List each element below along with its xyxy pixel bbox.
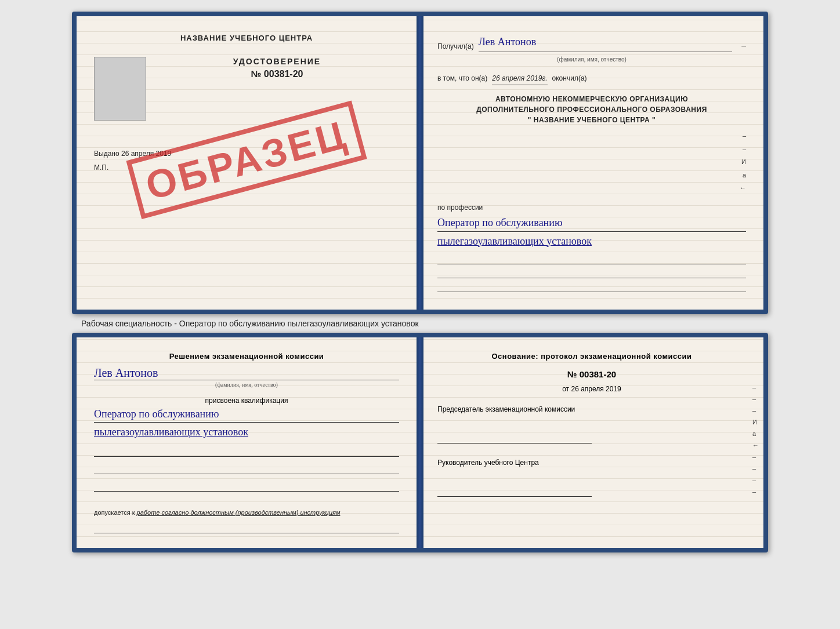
commission-name: Лев Антонов <box>94 366 399 380</box>
issued-date: Выдано 26 апреля 2019 <box>94 150 399 158</box>
fio-sublabel-bottom: (фамилия, имя, отчество) <box>94 381 399 388</box>
profession-value1: Оператор по обслуживанию <box>437 216 746 231</box>
bottom-right-page: Основание: протокол экзаменационной коми… <box>420 337 763 548</box>
training-center-header: НАЗВАНИЕ УЧЕБНОГО ЦЕНТРА <box>94 34 399 42</box>
profession-value2: пылегазоулавливающих установок <box>437 235 746 248</box>
bottom-book-spine <box>417 337 423 548</box>
book-spine <box>417 16 423 310</box>
cert-number: № 00381-20 <box>155 69 399 79</box>
cert-title: УДОСТОВЕРЕНИЕ <box>155 57 399 66</box>
specialty-text: Рабочая специальность - Оператор по обсл… <box>81 319 419 328</box>
photo-placeholder <box>94 57 146 121</box>
director-label: Руководитель учебного Центра <box>437 458 746 497</box>
top-left-page: НАЗВАНИЕ УЧЕБНОГО ЦЕНТРА УДОСТОВЕРЕНИЕ №… <box>77 16 420 310</box>
signature-line-4 <box>94 522 399 533</box>
chairman-label: Председатель экзаменационной комиссии <box>437 405 746 443</box>
allowed-line: допускается к работе согласно должностны… <box>94 509 399 516</box>
date-line: в том, что он(а) 26 апреля 2019г. окончи… <box>437 73 746 85</box>
signature-line-2 <box>94 463 399 474</box>
qualification-label: присвоена квалификация <box>94 397 399 405</box>
recipient-name: Лев Антонов <box>479 34 733 52</box>
bottom-certificate-book: Решением экзаменационной комиссии Лев Ан… <box>72 333 768 552</box>
side-marks: – – – И а ← – – – – <box>752 384 759 495</box>
director-signature <box>437 485 592 497</box>
recipient-line: Получил(а) Лев Антонов – <box>437 34 746 52</box>
qualification-value2: пылегазоулавливающих установок <box>94 426 399 439</box>
profession-label: по профессии <box>437 202 746 213</box>
allowed-value: работе согласно должностным (производств… <box>137 509 341 516</box>
date-value: 26 апреля 2019г. <box>492 73 547 85</box>
top-right-page: Получил(а) Лев Антонов – (фамилия, имя, … <box>420 16 763 310</box>
signature-line-3 <box>94 480 399 492</box>
chairman-signature <box>437 432 592 443</box>
protocol-number: № 00381-20 <box>437 369 746 379</box>
commission-block: Решением экзаменационной комиссии <box>94 352 399 361</box>
fio-sublabel: (фамилия, имя, отчество) <box>437 55 746 64</box>
document-container: НАЗВАНИЕ УЧЕБНОГО ЦЕНТРА УДОСТОВЕРЕНИЕ №… <box>12 12 828 552</box>
signature-line-1 <box>94 445 399 457</box>
mp-label: М.П. <box>94 163 399 172</box>
side-marks-right: – – И а ← <box>740 131 746 194</box>
org-block: АВТОНОМНУЮ НЕКОММЕРЧЕСКУЮ ОРГАНИЗАЦИЮ ДО… <box>437 94 746 125</box>
top-certificate-book: НАЗВАНИЕ УЧЕБНОГО ЦЕНТРА УДОСТОВЕРЕНИЕ №… <box>72 12 768 314</box>
basis-label: Основание: протокол экзаменационной коми… <box>437 352 746 361</box>
bottom-left-page: Решением экзаменационной комиссии Лев Ан… <box>77 337 420 548</box>
protocol-date: от 26 апреля 2019 <box>437 385 746 393</box>
qualification-value1: Оператор по обслуживанию <box>94 408 399 423</box>
